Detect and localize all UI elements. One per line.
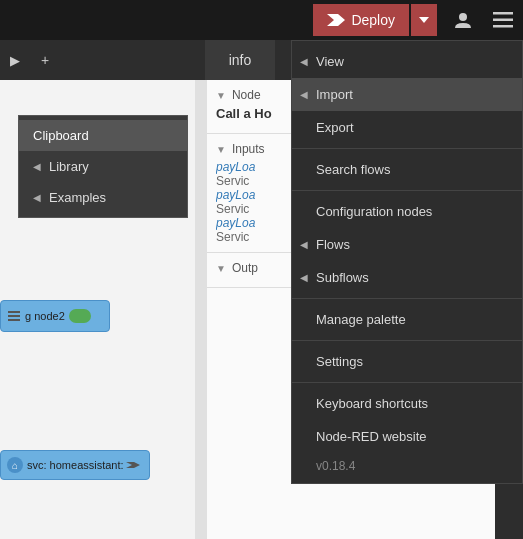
- svg-marker-9: [126, 462, 140, 468]
- add-tab-icon: +: [41, 52, 49, 68]
- svg-marker-0: [327, 14, 345, 26]
- library-item[interactable]: ◀ Library: [19, 151, 187, 182]
- hamburger-menu-button[interactable]: [483, 4, 523, 36]
- inputs-label: Inputs: [232, 142, 265, 156]
- outputs-arrow-icon: ▼: [216, 263, 226, 274]
- node-toggle[interactable]: [69, 309, 91, 323]
- deploy-dropdown-button[interactable]: [411, 4, 437, 36]
- tab-bar: ▶ +: [0, 40, 210, 80]
- inputs-arrow-icon: ▼: [216, 144, 226, 155]
- info-tab-header[interactable]: info: [205, 40, 275, 80]
- svg-rect-4: [493, 19, 513, 22]
- export-label: Export: [316, 120, 354, 135]
- svg-rect-8: [8, 319, 20, 321]
- flows-label: Flows: [316, 237, 350, 252]
- import-label: Import: [316, 87, 353, 102]
- search-flows-label: Search flows: [316, 162, 390, 177]
- view-label: View: [316, 54, 344, 69]
- manage-palette-label: Manage palette: [316, 312, 406, 327]
- clipboard-menu: Clipboard ◀ Library ◀ Examples: [18, 115, 188, 218]
- arrow-icon: ▼: [216, 90, 226, 101]
- menu-item-nodered-website[interactable]: Node-RED website: [292, 420, 522, 453]
- chevron-down-icon: [419, 15, 429, 25]
- menu-item-manage-palette[interactable]: Manage palette: [292, 303, 522, 336]
- menu-item-keyboard-shortcuts[interactable]: Keyboard shortcuts: [292, 387, 522, 420]
- configuration-nodes-label: Configuration nodes: [316, 204, 432, 219]
- menu-item-version: v0.18.4: [292, 453, 522, 479]
- library-arrow-icon: ◀: [33, 161, 41, 172]
- header-bar: Deploy: [0, 0, 523, 40]
- svc-icon: ⌂: [7, 457, 23, 473]
- menu-item-search-flows[interactable]: Search flows: [292, 153, 522, 186]
- deploy-label: Deploy: [351, 12, 395, 28]
- menu-item-settings[interactable]: Settings: [292, 345, 522, 378]
- menu-item-view[interactable]: ◀ View: [292, 45, 522, 78]
- menu-item-subflows[interactable]: ◀ Subflows: [292, 261, 522, 294]
- divider-3: [292, 298, 522, 299]
- examples-arrow-icon: ◀: [33, 192, 41, 203]
- node-svc-element[interactable]: ⌂ svc: homeassistant:: [0, 450, 150, 480]
- svg-point-2: [459, 13, 467, 21]
- library-label: Library: [49, 159, 89, 174]
- divider-4: [292, 340, 522, 341]
- node-list-icon: [7, 309, 21, 323]
- svg-rect-7: [8, 315, 20, 317]
- clipboard-item[interactable]: Clipboard: [19, 120, 187, 151]
- import-arrow-icon: ◀: [300, 89, 308, 100]
- user-icon: [453, 10, 473, 30]
- user-button[interactable]: [443, 4, 483, 36]
- subflows-label: Subflows: [316, 270, 369, 285]
- tab-arrow-icon: ▶: [10, 53, 20, 68]
- examples-label: Examples: [49, 190, 106, 205]
- settings-label: Settings: [316, 354, 363, 369]
- nodered-website-label: Node-RED website: [316, 429, 427, 444]
- version-label: v0.18.4: [316, 459, 355, 473]
- scrollbar[interactable]: [195, 80, 207, 539]
- tab-arrow[interactable]: ▶: [0, 40, 30, 80]
- deploy-button[interactable]: Deploy: [313, 4, 409, 36]
- menu-item-configuration-nodes[interactable]: Configuration nodes: [292, 195, 522, 228]
- svg-rect-5: [493, 25, 513, 28]
- divider-2: [292, 190, 522, 191]
- hamburger-icon: [493, 12, 513, 28]
- examples-item[interactable]: ◀ Examples: [19, 182, 187, 213]
- tab-add-button[interactable]: +: [30, 40, 60, 80]
- right-menu: ◀ View ◀ Import Export Search flows Conf…: [291, 40, 523, 484]
- svg-rect-3: [493, 12, 513, 15]
- clipboard-label: Clipboard: [33, 128, 89, 143]
- keyboard-shortcuts-label: Keyboard shortcuts: [316, 396, 428, 411]
- info-tab-label: info: [229, 52, 252, 68]
- node-svc-label: svc: homeassistant:: [27, 459, 124, 471]
- node-section-label: Node: [232, 88, 261, 102]
- menu-item-export[interactable]: Export: [292, 111, 522, 144]
- node-element-1[interactable]: g node2: [0, 300, 110, 332]
- menu-item-import[interactable]: ◀ Import: [292, 78, 522, 111]
- deploy-icon: [327, 14, 345, 26]
- subflows-arrow-icon: ◀: [300, 272, 308, 283]
- node1-label: g node2: [25, 310, 65, 322]
- svg-marker-1: [419, 17, 429, 23]
- divider-5: [292, 382, 522, 383]
- svg-rect-6: [8, 311, 20, 313]
- menu-item-flows[interactable]: ◀ Flows: [292, 228, 522, 261]
- view-arrow-icon: ◀: [300, 56, 308, 67]
- outputs-label: Outp: [232, 261, 258, 275]
- divider-1: [292, 148, 522, 149]
- node-arrow-icon: [126, 458, 140, 472]
- flows-arrow-icon: ◀: [300, 239, 308, 250]
